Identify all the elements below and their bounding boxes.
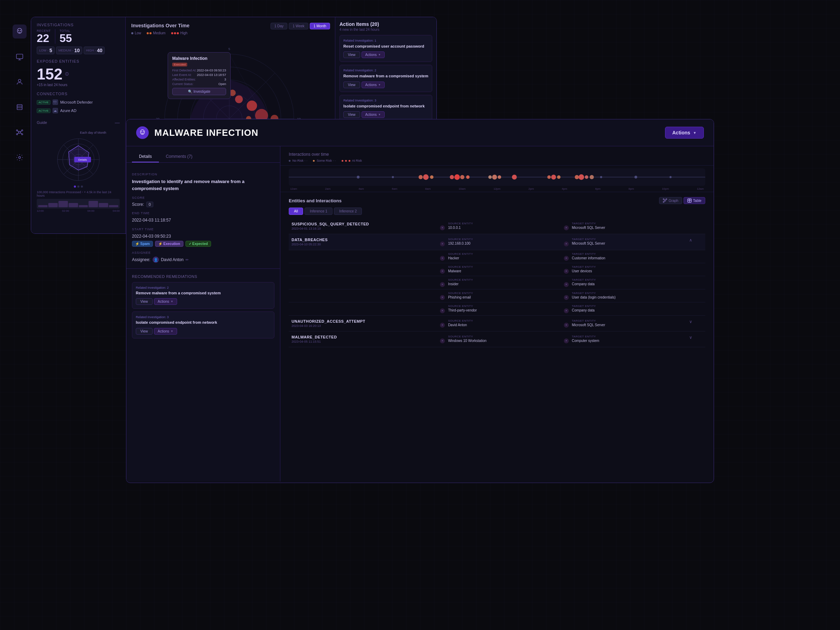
expand-btn-3[interactable]: ∨ [688,318,694,325]
filter-inference2[interactable]: Inference 2 [334,208,362,215]
time-btn-day[interactable]: 1 Day [270,23,287,29]
info-icon: ⓘ [65,72,69,77]
sidebar-icon-network[interactable] [13,125,27,139]
header-actions-button[interactable]: Actions ▼ [665,127,704,139]
actions-arrow: ▼ [378,53,381,56]
target-label-2: TARGET ENTITY [572,238,605,241]
action-card-3-title: Isolate compromised endpoint from networ… [343,104,428,109]
source-x-1: ✕ [440,226,445,230]
low-arrow: › [47,49,49,52]
dot-3[interactable] [81,185,83,188]
investigate-button[interactable]: 🔍 Investigate [172,88,226,95]
legend-dot-medium [147,32,149,34]
edit-assignee-icon[interactable]: ✏ [185,257,189,262]
rem-card-1-rel: Related Investigation: 2 [136,286,270,289]
high-value: 40 [97,47,103,53]
dot-1[interactable] [74,185,76,188]
time-12am: 12am [290,187,297,190]
rem-card-2-rel: Related Investigation: 3 [136,315,270,319]
sub-source-label-2-3: SOURCE ENTITY [448,278,473,281]
legend-no-risk-label: No Risk [293,159,304,163]
source-label-1: SOURCE ENTITY [448,222,473,225]
svg-line-92 [664,200,665,200]
svg-text:Details: Details [78,158,87,161]
exposed-delta: +15 in last 24 hours [37,83,120,87]
svg-point-67 [430,175,434,179]
expand-btn-2[interactable]: ∧ [688,236,694,244]
source-name-2: 192.168.0.100 [448,242,473,245]
action-card-2-view-btn[interactable]: View [343,82,360,88]
target-name-4: Computer system [572,339,599,343]
rem-card-1-view-btn[interactable]: View [136,298,153,305]
table-view-btn[interactable]: Table [684,197,705,204]
svg-point-80 [579,174,584,180]
score-label-field: SCORE [132,196,275,199]
description-value: Investigation to identify and remove mal… [132,178,275,192]
dot-2[interactable] [77,185,79,188]
guide-label: Guide [37,120,47,125]
tab-comments[interactable]: Comments (7) [159,151,199,163]
rem-card-2-view-btn[interactable]: View [136,328,153,335]
action-card-1-view-btn[interactable]: View [343,51,360,58]
sidebar-icon-monitor[interactable] [13,50,27,64]
timeline-labels: 12am 2am 4am 6am 8am 10am 12pm 2pm 4pm 6… [289,187,705,190]
graph-label: Graph [668,199,678,203]
high-severity-badge: HIGH › 40 [84,47,105,54]
detail-body: Details Comments (7) DESCRIPTION Investi… [126,146,714,482]
svg-point-88 [664,200,666,201]
target-name-1: Microsoft SQL Server [572,226,605,230]
minimize-guide-button[interactable]: — [115,120,120,125]
filter-inference1[interactable]: Inference 1 [305,208,333,215]
filter-all[interactable]: All [289,208,303,215]
svg-point-73 [492,175,497,180]
header-actions-arrow: ▼ [693,131,696,135]
sub-target-label-2-5: TARGET ENTITY [572,305,596,308]
malware-popup: Malware Infection Executed First Detecte… [167,52,231,99]
sidebar-icon-alien[interactable] [13,25,27,38]
rem-2-arrow: ▼ [171,330,173,333]
time-btn-week[interactable]: 1 Week [289,23,308,29]
action-card-1-actions-btn[interactable]: Actions ▼ [362,51,385,58]
actions-arrow-2: ▼ [378,83,381,87]
detail-left-column: Details Comments (7) DESCRIPTION Investi… [126,146,280,482]
bar-8 [109,205,118,207]
time-10am: 10am [458,187,466,190]
low-severity-badge: LOW › 5 [37,47,55,54]
action-card-3-view-btn[interactable]: View [343,111,360,118]
sub-source-name-2-2: Malware [448,269,473,273]
action-card-1-num: 1 [374,39,376,43]
sidebar-icon-user[interactable] [13,75,27,89]
time-btn-month[interactable]: 1 Month [310,23,330,29]
rem-card-1-actions-btn[interactable]: Actions ▼ [154,298,177,305]
svg-point-13 [16,134,18,135]
action-card-2-actions-btn[interactable]: Actions ▼ [362,82,385,88]
bar-2 [48,203,58,207]
bar-7 [99,203,108,207]
tags-row: ⚡ Spam ⚡ Execution ✓ Expected [132,241,275,247]
timeline-chart: 12am 2am 4am 6am 8am 10am 12pm 2pm 4pm 6… [280,166,714,192]
popup-status-val: Open [218,82,226,86]
defender-icon: 🛡 [52,99,58,105]
table-row-1: SUSPICIOUS_SQL_QUERY_DETECTED 2023-04-01… [289,218,705,234]
svg-point-19 [19,156,21,159]
sidebar-icon-database[interactable] [13,100,27,114]
graph-view-btn[interactable]: Graph [659,197,682,204]
rem-card-2-actions-btn[interactable]: Actions ▼ [154,328,177,335]
svg-point-6 [18,79,21,82]
expand-btn-4[interactable]: ∨ [688,333,694,341]
assignee-name: David Anton [161,257,184,262]
interactions-bar-track [37,199,120,208]
connectors-section: Connectors ACTIVE 🛡 Microsoft Defender A… [37,92,120,115]
detail-tabs: Details Comments (7) [126,146,280,163]
tab-details[interactable]: Details [132,151,159,163]
sub-row-2-1: ✕ SOURCE ENTITY Hacker ✕ TARGET ENTITY [289,250,705,263]
legend-no-risk-dot [289,160,291,162]
source-x-4: ✕ [440,338,445,343]
bar-3 [58,201,68,207]
detail-right-column: Interactions over time No Risk ◦ - Some … [280,146,714,482]
sidebar-icon-settings[interactable] [13,150,27,164]
svg-point-42 [235,96,243,103]
entities-title: Entities and Interactions [289,198,342,203]
sub-source-name-2-1: Hacker [448,256,473,260]
action-card-3-actions-btn[interactable]: Actions ▼ [362,111,385,118]
